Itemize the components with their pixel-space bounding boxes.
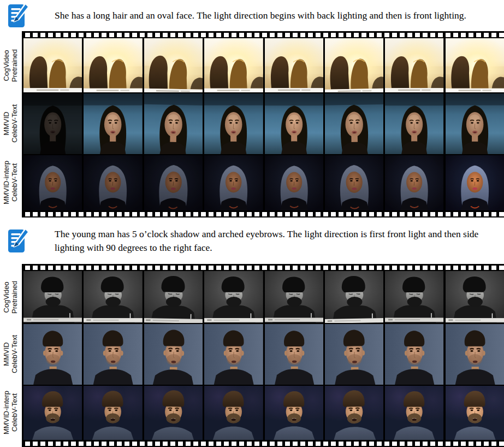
- row-label-line: CelebV-Text: [11, 390, 19, 434]
- video-frame: [23, 324, 82, 385]
- frame-strip: [22, 92, 504, 154]
- frame-art: [385, 93, 443, 154]
- frame-art: [385, 324, 443, 385]
- row-label-line: MMVID: [3, 104, 11, 142]
- row-label-line: MMVID-interp: [3, 390, 11, 434]
- frame-art: [144, 38, 203, 92]
- prompt-text-2: The young man has 5 o’clock shadow and a…: [55, 227, 495, 255]
- prompt-block-2: The young man has 5 o’clock shadow and a…: [0, 217, 504, 264]
- frame-art: [204, 271, 263, 323]
- frame-art: [144, 271, 203, 323]
- frame-art: [23, 93, 82, 154]
- row-label-line: CelebV-Text: [11, 160, 19, 204]
- frame-art: [265, 93, 323, 154]
- video-frame: [144, 38, 203, 92]
- video-frame: [144, 93, 203, 154]
- row-label-line: Pretrained: [11, 281, 19, 314]
- video-frame: [204, 386, 263, 440]
- video-frame: [144, 386, 203, 440]
- frame-art: [204, 93, 263, 154]
- video-frame: [446, 324, 504, 385]
- frame-art: [204, 38, 263, 92]
- frame-art: [23, 271, 82, 323]
- frame-art: [385, 386, 443, 440]
- sprocket-row: [22, 440, 504, 447]
- row-label-line: CelebV-Text: [11, 334, 19, 373]
- row-label-line: CelebV-Text: [11, 104, 19, 142]
- video-frame: [204, 93, 263, 154]
- video-frame: [446, 271, 504, 323]
- frame-art: [265, 155, 323, 210]
- video-frame: [23, 93, 82, 154]
- video-frame: [204, 324, 263, 385]
- frame-art: [446, 324, 504, 385]
- video-frame: [23, 38, 82, 92]
- video-frame: [385, 324, 443, 385]
- video-frame: [265, 271, 323, 323]
- row-label: MMVIDCelebV-Text: [0, 92, 22, 154]
- frame-art: [325, 38, 383, 92]
- frame-art: [84, 93, 142, 154]
- sprocket-row: [22, 264, 504, 271]
- frame-art: [204, 324, 263, 385]
- frame-art: [265, 386, 323, 440]
- video-frame: [325, 324, 383, 385]
- frame-art: [84, 271, 142, 323]
- film-row-man-blue: MMVIDCelebV-Text: [0, 323, 504, 385]
- row-label-line: MMVID: [3, 334, 11, 373]
- frame-art: [204, 155, 263, 210]
- video-frame: [84, 324, 142, 385]
- prompt-text-1: She has a long hair and an oval face. Th…: [55, 9, 466, 22]
- video-frame: [23, 155, 82, 210]
- row-label-line: MMVID-interp: [3, 160, 11, 204]
- frame-art: [265, 38, 323, 92]
- video-frame: [265, 155, 323, 210]
- frame-art: [265, 271, 323, 323]
- frame-strip: [22, 38, 504, 92]
- edit-note-icon: [8, 3, 29, 29]
- video-frame: [84, 38, 142, 92]
- frame-art: [446, 271, 504, 323]
- row-label: MMVIDCelebV-Text: [0, 323, 22, 385]
- row-label: MMVID-interpCelebV-Text: [0, 154, 22, 210]
- video-frame: [144, 271, 203, 323]
- video-frame: [204, 271, 263, 323]
- video-frame: [325, 386, 383, 440]
- video-frame: [84, 155, 142, 210]
- sprocket-row: [22, 210, 504, 217]
- frame-art: [385, 271, 443, 323]
- frame-art: [325, 386, 383, 440]
- row-label-line: CogVideo: [3, 49, 11, 82]
- video-frame: [325, 38, 383, 92]
- video-frame: [446, 38, 504, 92]
- sprocket-row: [22, 31, 504, 38]
- frame-art: [325, 271, 383, 323]
- row-label-line: CogVideo: [3, 281, 11, 314]
- video-frame: [446, 155, 504, 210]
- frame-art: [84, 38, 142, 92]
- video-frame: [265, 93, 323, 154]
- frame-art: [144, 155, 203, 210]
- frame-strip: [22, 323, 504, 385]
- video-frame: [144, 324, 203, 385]
- video-frame: [265, 386, 323, 440]
- frame-art: [144, 386, 203, 440]
- frame-art: [385, 155, 443, 210]
- video-frame: [446, 93, 504, 154]
- frame-art: [325, 93, 383, 154]
- video-frame: [84, 93, 142, 154]
- video-frame: [265, 38, 323, 92]
- row-label-line: Pretrained: [11, 49, 19, 82]
- frame-art: [446, 155, 504, 210]
- frame-strip: [22, 271, 504, 323]
- video-frame: [265, 324, 323, 385]
- prompt-block-1: She has a long hair and an oval face. Th…: [0, 0, 504, 31]
- frame-art: [265, 324, 323, 385]
- frame-art: [84, 386, 142, 440]
- frame-strip: [22, 385, 504, 440]
- video-frame: [144, 155, 203, 210]
- video-frame: [23, 386, 82, 440]
- frame-art: [446, 93, 504, 154]
- frame-art: [446, 38, 504, 92]
- video-frame: [204, 38, 263, 92]
